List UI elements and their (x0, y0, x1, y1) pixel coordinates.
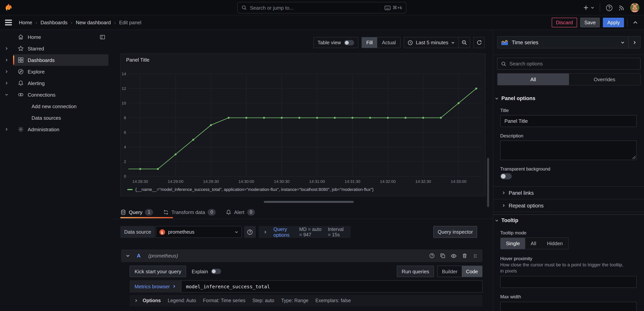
search-icon (501, 61, 506, 66)
panel-options-section-header[interactable]: Panel options (495, 96, 536, 101)
svg-text:2: 2 (124, 159, 126, 164)
nav-sidebar: Home Starred Dashboards Explor (0, 30, 111, 311)
chart-panel[interactable]: Panel Title 0246810121414:28:3014:29:001… (120, 54, 486, 196)
explain-toggle[interactable] (211, 269, 221, 274)
type-option: Type: Range (281, 298, 308, 303)
svg-text:10: 10 (122, 101, 126, 105)
tab-query[interactable]: Query 1 (120, 209, 153, 215)
repeat-options-section[interactable]: Repeat options (493, 199, 644, 212)
breadcrumb-home[interactable]: Home (19, 20, 32, 26)
breadcrumb-bar: Home › Dashboards › New dashboard › Edit… (0, 16, 644, 30)
query-a-header[interactable]: A (prometheus) (121, 249, 482, 262)
time-picker-group: Last 5 minutes (404, 37, 470, 48)
discard-button[interactable]: Discard (552, 18, 577, 27)
run-queries-button[interactable]: Run queries (396, 265, 434, 277)
query-help-icon[interactable] (429, 253, 435, 259)
viz-picker-dropdown[interactable]: Time series (498, 37, 628, 48)
collapse-options-icon[interactable] (630, 20, 640, 25)
tooltip-mode-single[interactable]: Single (500, 238, 525, 249)
table-view-label: Table view (314, 40, 344, 46)
refresh-button[interactable] (473, 37, 485, 48)
apply-button[interactable]: Apply (603, 18, 624, 27)
query-inspector-button[interactable]: Query inspector (434, 226, 477, 238)
tooltip-mode-switch: Single All Hidden (500, 237, 569, 249)
tooltip-mode-all[interactable]: All (525, 238, 542, 249)
format-option: Format: Time series (203, 298, 246, 303)
breadcrumb-separator: › (71, 20, 72, 25)
gear-icon (18, 126, 24, 132)
actual-option[interactable]: Actual (377, 37, 400, 48)
tooltip-mode-hidden[interactable]: Hidden (542, 238, 568, 249)
hover-proximity-label: Hover proximity (500, 256, 532, 261)
legend-series-name[interactable]: {__name__="model_inference_success_total… (135, 187, 374, 192)
collapse-connections-icon[interactable] (0, 93, 13, 97)
tab-transform-data[interactable]: Transform data 0 (163, 209, 216, 215)
query-options-summary[interactable]: Options Legend: Auto Format: Time series… (130, 295, 482, 306)
time-range-label: Last 5 minutes (416, 40, 448, 46)
new-menu-button[interactable] (583, 5, 594, 11)
transparent-background-toggle[interactable] (500, 173, 512, 179)
promql-query-input[interactable]: model_inference_success_total (181, 280, 483, 292)
breadcrumb-separator: › (114, 20, 116, 25)
svg-text:14:28:30: 14:28:30 (132, 179, 148, 184)
legend-option: Legend: Auto (168, 298, 196, 303)
sidebar-item-connections: Connections (0, 89, 111, 101)
panel-title-input[interactable]: Panel Title (500, 115, 637, 127)
datasource-help-button[interactable] (244, 226, 256, 238)
query-options-toggle[interactable]: Query options (273, 226, 293, 238)
collapse-query-icon[interactable] (126, 254, 130, 258)
zoom-out-button[interactable] (458, 37, 470, 48)
delete-query-icon[interactable] (462, 253, 468, 259)
sidebar-item-starred: Starred (0, 43, 111, 54)
svg-text:14:30:00: 14:30:00 (238, 179, 254, 184)
sidebar-item-administration: Administration (0, 124, 111, 135)
toggle-visibility-icon[interactable] (450, 253, 457, 259)
tooltip-section-header[interactable]: Tooltip (495, 217, 518, 223)
hover-proximity-description: How close the cursor must be to a point … (500, 262, 627, 274)
dock-menu-icon[interactable] (100, 34, 105, 40)
help-icon[interactable] (606, 4, 613, 11)
max-width-input[interactable] (500, 302, 637, 311)
alert-bell-icon (226, 209, 232, 215)
tab-all-options[interactable]: All (498, 74, 569, 85)
save-button[interactable]: Save (580, 18, 600, 27)
news-rss-icon[interactable] (618, 5, 625, 11)
fill-option[interactable]: Fill (362, 37, 377, 48)
description-textarea[interactable] (500, 141, 637, 160)
alert-count-badge: 0 (247, 209, 255, 215)
expand-explore-icon[interactable] (0, 70, 13, 74)
time-range-picker[interactable]: Last 5 minutes (404, 40, 458, 46)
expand-alerting-icon[interactable] (0, 81, 13, 85)
expand-dashboards-icon[interactable] (0, 58, 13, 62)
expand-starred-icon[interactable] (0, 47, 13, 51)
metrics-browser-toggle[interactable]: Metrics browser (130, 280, 181, 292)
user-avatar[interactable] (630, 3, 640, 12)
global-search-input[interactable]: Search or jump to... ⌘+k (237, 2, 406, 14)
topbar-divider (600, 4, 600, 12)
expand-administration-icon[interactable] (0, 127, 13, 131)
svg-text:14:33:00: 14:33:00 (450, 179, 466, 184)
viz-suggestions-button[interactable] (628, 37, 640, 48)
step-option: Step: auto (252, 298, 274, 303)
options-search-input[interactable]: Search options (497, 58, 640, 70)
grafana-logo[interactable] (4, 3, 13, 12)
code-option[interactable]: Code (462, 266, 482, 277)
vertical-scrollbar[interactable] (487, 158, 489, 207)
query-ref-id[interactable]: A (137, 253, 141, 259)
max-data-points-value: MD = auto = 947 (299, 226, 322, 237)
panel-links-section[interactable]: Panel links (493, 186, 644, 199)
datasource-picker[interactable]: prometheus (156, 226, 242, 238)
kick-start-button[interactable]: Kick start your query (130, 265, 186, 277)
builder-option[interactable]: Builder (438, 266, 462, 277)
duplicate-query-icon[interactable] (440, 253, 446, 259)
horizontal-scrollbar[interactable] (264, 201, 354, 203)
breadcrumb-dashboards[interactable]: Dashboards (40, 20, 68, 26)
menu-toggle-icon[interactable] (5, 20, 12, 26)
tab-overrides[interactable]: Overrides (569, 74, 640, 85)
table-view-toggle[interactable] (344, 40, 354, 45)
resize-handle-icon[interactable] (632, 156, 636, 159)
hover-proximity-input[interactable] (500, 276, 637, 288)
drag-handle-icon[interactable] (472, 253, 478, 258)
tab-alert[interactable]: Alert 0 (226, 209, 255, 215)
breadcrumb-new-dashboard[interactable]: New dashboard (76, 20, 111, 26)
